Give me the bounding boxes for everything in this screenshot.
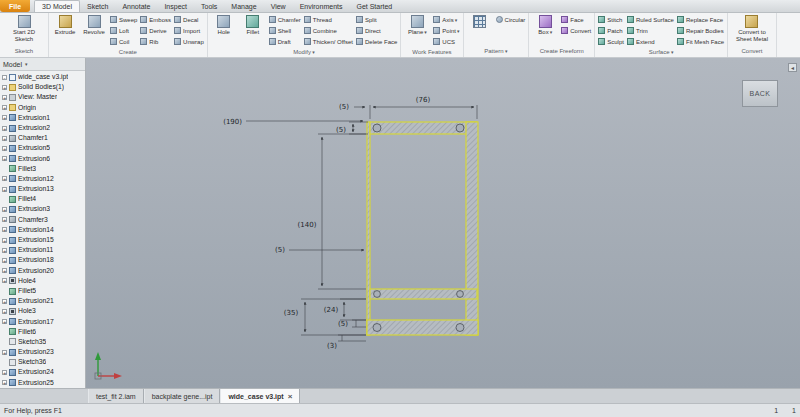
doc-tab-wide-case[interactable]: wide_case v3.ipt: [220, 389, 300, 403]
graphics-viewport[interactable]: (76) (5) (190) (5) (140) (5) (35) (24) (…: [86, 58, 800, 388]
group-label[interactable]: Surface: [598, 47, 724, 58]
menu-tab[interactable]: Get Started: [349, 0, 399, 12]
tree-item[interactable]: Sketch36: [0, 357, 85, 367]
shell-button[interactable]: Shell: [269, 25, 301, 36]
expander-icon[interactable]: +: [2, 126, 7, 131]
tree-item[interactable]: + Hole3: [0, 306, 85, 316]
rectangular-pattern-button[interactable]: [467, 14, 493, 30]
dimension-5-top[interactable]: (5): [339, 103, 349, 111]
repair-bodies-button[interactable]: Repair Bodies: [677, 25, 724, 36]
replace-face-button[interactable]: Replace Face: [677, 14, 724, 25]
expander-icon[interactable]: +: [2, 380, 7, 385]
dimension-24[interactable]: (24): [324, 306, 339, 314]
tree-item[interactable]: Fillet4: [0, 194, 85, 204]
expander-icon[interactable]: +: [2, 136, 7, 141]
expander-icon[interactable]: +: [2, 309, 7, 314]
expander-icon[interactable]: +: [2, 85, 7, 90]
panel-toggle-icon[interactable]: ◂: [788, 63, 797, 72]
expander-icon[interactable]: +: [2, 115, 7, 120]
view-cube[interactable]: BACK: [742, 80, 778, 107]
tree-item[interactable]: + Extrusion23: [0, 347, 85, 357]
tree-item[interactable]: + Extrusion20: [0, 266, 85, 276]
expander-icon[interactable]: [2, 289, 7, 294]
tree-item[interactable]: + Extrusion3: [0, 204, 85, 214]
tree-item[interactable]: + Extrusion6: [0, 154, 85, 164]
tree-item[interactable]: + Extrusion15: [0, 235, 85, 245]
tree-item[interactable]: + Extrusion24: [0, 367, 85, 377]
freeform-convert-button[interactable]: Convert: [561, 25, 591, 36]
expander-icon[interactable]: [2, 166, 7, 171]
tree-item[interactable]: + Chamfer1: [0, 133, 85, 143]
tree-item[interactable]: + Extrusion21: [0, 296, 85, 306]
ruled-surface-button[interactable]: Ruled Surface: [627, 14, 674, 25]
tree-item[interactable]: + Hole4: [0, 276, 85, 286]
tree-item[interactable]: + Extrusion17: [0, 317, 85, 327]
thread-button[interactable]: Thread: [304, 14, 353, 25]
expander-icon[interactable]: +: [2, 176, 7, 181]
group-label[interactable]: Modify: [211, 47, 398, 58]
expander-icon[interactable]: +: [2, 268, 7, 273]
expander-icon[interactable]: +: [2, 248, 7, 253]
dimension-190[interactable]: (190): [223, 118, 242, 126]
expander-icon[interactable]: +: [2, 238, 7, 243]
menu-tab[interactable]: Annotate: [115, 0, 157, 12]
group-label[interactable]: Pattern: [467, 46, 526, 57]
chevron-down-icon[interactable]: ▾: [25, 61, 28, 67]
patch-button[interactable]: Patch: [598, 25, 624, 36]
close-tab-icon[interactable]: [288, 392, 293, 401]
dimension-140[interactable]: (140): [298, 221, 317, 229]
stitch-button[interactable]: Stitch: [598, 14, 624, 25]
tree-item[interactable]: + Extrusion2: [0, 123, 85, 133]
split-button[interactable]: Split: [356, 14, 397, 25]
extrude-button[interactable]: Extrude: [52, 14, 78, 37]
tree-item[interactable]: + Origin: [0, 103, 85, 113]
delete-face-button[interactable]: Delete Face: [356, 36, 397, 47]
convert-to-sheet-metal-button[interactable]: Convert to Sheet Metal: [731, 14, 773, 43]
tree-item[interactable]: + Extrusion14: [0, 225, 85, 235]
tree-item[interactable]: + Extrusion25: [0, 378, 85, 388]
expander-icon[interactable]: +: [2, 187, 7, 192]
circular-pattern-button[interactable]: Circular: [496, 14, 526, 25]
dimension-5-left[interactable]: (5): [275, 246, 285, 254]
expander-icon[interactable]: +: [2, 350, 7, 355]
draft-button[interactable]: Draft: [269, 36, 301, 47]
browser-header[interactable]: Model ▾: [0, 58, 85, 71]
tree-item[interactable]: + View: Master: [0, 92, 85, 102]
part-section-geometry[interactable]: [367, 122, 478, 335]
menu-tab[interactable]: Environments: [293, 0, 350, 12]
expander-icon[interactable]: +: [2, 156, 7, 161]
tree-item[interactable]: Fillet3: [0, 164, 85, 174]
emboss-button[interactable]: Emboss: [140, 14, 171, 25]
tree-item[interactable]: + Extrusion13: [0, 184, 85, 194]
import-button[interactable]: Import: [174, 25, 204, 36]
expander-icon[interactable]: +: [2, 207, 7, 212]
trim-button[interactable]: Trim: [627, 25, 674, 36]
expander-icon[interactable]: +: [2, 105, 7, 110]
tree-item[interactable]: + Extrusion11: [0, 245, 85, 255]
tree-item[interactable]: + Solid Bodies(1): [0, 82, 85, 92]
rib-button[interactable]: Rib: [140, 36, 171, 47]
unwrap-button[interactable]: Unwrap: [174, 36, 204, 47]
expander-icon[interactable]: [2, 360, 7, 365]
extend-button[interactable]: Extend: [627, 36, 674, 47]
dimension-5-bottom[interactable]: (5): [338, 320, 348, 328]
expander-icon[interactable]: +: [2, 95, 7, 100]
tree-item[interactable]: + Extrusion18: [0, 255, 85, 265]
expander-icon[interactable]: +: [2, 299, 7, 304]
combine-button[interactable]: Combine: [304, 25, 353, 36]
tree-item[interactable]: - wide_case v3.ipt: [0, 72, 85, 82]
menu-tab[interactable]: 3D Model: [34, 0, 80, 12]
dimension-76[interactable]: (76): [416, 96, 431, 104]
expander-icon[interactable]: [2, 339, 7, 344]
tree-item[interactable]: Sketch35: [0, 337, 85, 347]
expander-icon[interactable]: +: [2, 278, 7, 283]
dimension-3[interactable]: (3): [327, 342, 337, 350]
menu-tab[interactable]: Tools: [194, 0, 224, 12]
coil-button[interactable]: Coil: [110, 36, 137, 47]
revolve-button[interactable]: Revolve: [81, 14, 107, 37]
file-menu-button[interactable]: File: [0, 0, 30, 12]
tree-item[interactable]: Fillet6: [0, 327, 85, 337]
sculpt-button[interactable]: Sculpt: [598, 36, 624, 47]
menu-tab[interactable]: Inspect: [157, 0, 194, 12]
dimension-35[interactable]: (35): [284, 309, 299, 317]
